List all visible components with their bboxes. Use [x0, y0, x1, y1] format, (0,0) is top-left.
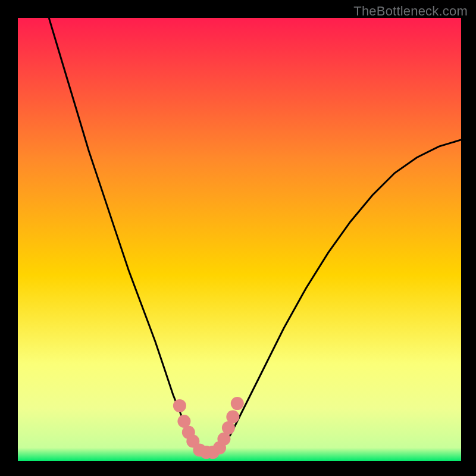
bottleneck-chart	[0, 0, 476, 476]
marker-dot	[173, 399, 186, 412]
marker-dot	[231, 397, 244, 410]
plot-area	[18, 18, 461, 461]
marker-dot	[217, 433, 230, 446]
watermark-text: TheBottleneck.com	[353, 4, 468, 19]
marker-dot	[226, 411, 239, 424]
